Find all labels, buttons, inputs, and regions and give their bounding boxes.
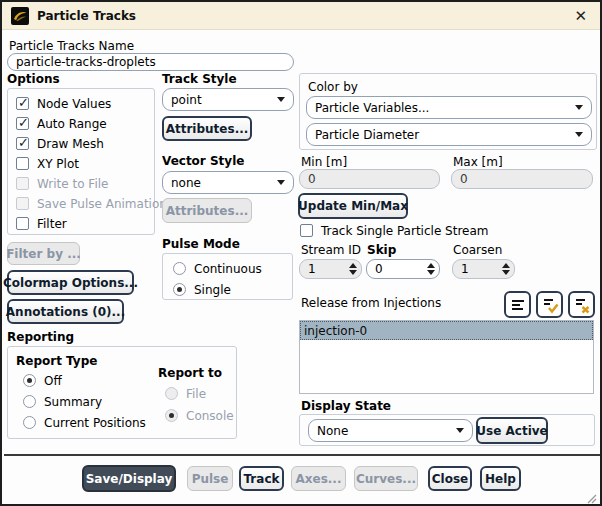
color-by-category-dropdown[interactable]: Particle Variables... xyxy=(306,96,592,119)
vector-attributes-button: Attributes... xyxy=(162,198,252,223)
node-values-checkbox[interactable] xyxy=(16,97,29,110)
pulse-mode-header: Pulse Mode xyxy=(162,237,240,251)
options-group: Node Values Auto Range Draw Mesh XY Plot… xyxy=(7,88,155,235)
current-positions-radio[interactable] xyxy=(23,416,36,429)
display-state-group: None xyxy=(299,414,595,446)
checkbox-track-single-stream[interactable]: Track Single Particle Stream xyxy=(300,224,489,237)
chevron-down-icon xyxy=(277,97,285,102)
options-header: Options xyxy=(7,72,60,86)
resize-grip[interactable] xyxy=(585,489,597,501)
checkbox-auto-range[interactable]: Auto Range xyxy=(16,117,154,130)
close-icon[interactable]: ✕ xyxy=(570,7,591,25)
select-all-icon[interactable] xyxy=(536,291,563,318)
checkbox-draw-mesh[interactable]: Draw Mesh xyxy=(16,137,154,150)
list-item-injection-0[interactable]: injection-0 xyxy=(300,321,593,340)
min-label: Min [m] xyxy=(301,155,347,169)
deselect-all-icon[interactable] xyxy=(568,291,595,318)
single-radio[interactable] xyxy=(173,283,186,296)
filter-checkbox[interactable] xyxy=(16,217,29,230)
checkbox-xy-plot[interactable]: XY Plot xyxy=(16,157,154,170)
colormap-options-button[interactable]: Colormap Options... xyxy=(7,270,134,295)
fluent-app-icon xyxy=(11,7,29,25)
checkbox-node-values[interactable]: Node Values xyxy=(16,97,154,110)
min-input: 0 xyxy=(299,169,440,189)
auto-range-checkbox[interactable] xyxy=(16,117,29,130)
spinner-arrows-icon xyxy=(349,263,357,275)
multiline-edit-icon[interactable] xyxy=(504,291,531,318)
help-button[interactable]: Help xyxy=(480,466,521,491)
vector-style-header: Vector Style xyxy=(162,154,244,168)
pulse-mode-group: Continuous Single xyxy=(162,253,293,300)
color-by-group: Color by Particle Variables... Particle … xyxy=(299,73,597,150)
chevron-down-icon xyxy=(575,105,583,110)
skip-label: Skip xyxy=(367,243,396,257)
titlebar: Particle Tracks ✕ xyxy=(2,2,600,30)
name-field-label: Particle Tracks Name xyxy=(9,39,134,53)
annotations-button[interactable]: Annotations (0)... xyxy=(7,299,124,324)
close-button[interactable]: Close xyxy=(428,466,472,491)
radio-report-to-file: File xyxy=(165,387,234,400)
checkbox-save-pulse-animation: Save Pulse Animation xyxy=(16,197,154,210)
pulse-button: Pulse xyxy=(187,466,233,491)
write-to-file-checkbox xyxy=(16,177,29,190)
track-single-stream-checkbox[interactable] xyxy=(300,224,313,237)
release-from-injections-label: Release from Injections xyxy=(301,296,441,310)
track-style-header: Track Style xyxy=(162,72,237,86)
summary-radio[interactable] xyxy=(23,395,36,408)
track-style-dropdown[interactable]: point xyxy=(162,88,294,111)
reporting-group: Report Type Off Summary Current Position… xyxy=(7,346,237,439)
save-display-button[interactable]: Save/Display xyxy=(82,465,176,492)
file-radio xyxy=(165,387,178,400)
radio-continuous[interactable]: Continuous xyxy=(173,262,292,275)
vector-style-dropdown[interactable]: none xyxy=(162,171,294,194)
radio-single[interactable]: Single xyxy=(173,283,292,296)
radio-report-summary[interactable]: Summary xyxy=(23,395,146,408)
footer-separator xyxy=(4,454,600,456)
report-to-header: Report to xyxy=(158,366,222,380)
chevron-down-icon xyxy=(456,428,464,433)
chevron-down-icon xyxy=(277,180,285,185)
save-pulse-animation-checkbox xyxy=(16,197,29,210)
report-type-header: Report Type xyxy=(16,354,97,368)
off-radio[interactable] xyxy=(23,374,36,387)
track-attributes-button[interactable]: Attributes... xyxy=(162,116,252,141)
coarsen-spinner: 1 xyxy=(452,259,515,279)
particle-tracks-name-input[interactable] xyxy=(7,53,294,71)
skip-spinner[interactable]: 0 xyxy=(366,259,440,279)
reporting-header: Reporting xyxy=(7,330,74,344)
filter-by-button: Filter by ... xyxy=(7,242,80,265)
checkbox-filter[interactable]: Filter xyxy=(16,217,154,230)
window-title: Particle Tracks xyxy=(37,9,562,23)
stream-id-label: Stream ID xyxy=(301,243,361,257)
spinner-arrows-icon xyxy=(502,263,510,275)
injections-list[interactable]: injection-0 xyxy=(299,320,594,394)
console-radio xyxy=(165,409,178,422)
coarsen-label: Coarsen xyxy=(453,243,502,257)
color-by-variable-dropdown[interactable]: Particle Diameter xyxy=(306,123,592,146)
update-minmax-button[interactable]: Update Min/Max xyxy=(298,193,408,219)
max-input: 0 xyxy=(451,169,593,189)
chevron-down-icon xyxy=(575,132,583,137)
spinner-arrows-icon[interactable] xyxy=(427,263,435,275)
max-label: Max [m] xyxy=(453,155,503,169)
color-by-label: Color by xyxy=(308,80,358,94)
draw-mesh-checkbox[interactable] xyxy=(16,137,29,150)
checkbox-write-to-file: Write to File xyxy=(16,177,154,190)
xy-plot-checkbox[interactable] xyxy=(16,157,29,170)
curves-button: Curves... xyxy=(354,466,418,491)
stream-id-spinner: 1 xyxy=(299,259,362,279)
radio-report-current-positions[interactable]: Current Positions xyxy=(23,416,146,429)
axes-button: Axes... xyxy=(291,466,346,491)
track-button[interactable]: Track xyxy=(239,466,284,491)
display-state-dropdown[interactable]: None xyxy=(308,419,473,442)
use-active-button[interactable]: Use Active xyxy=(476,417,548,444)
display-state-header: Display State xyxy=(301,399,391,413)
continuous-radio[interactable] xyxy=(173,262,186,275)
radio-report-to-console: Console xyxy=(165,409,234,422)
particle-tracks-name-value[interactable] xyxy=(16,55,285,69)
particle-tracks-dialog: Particle Tracks ✕ Particle Tracks Name O… xyxy=(0,0,602,506)
radio-report-off[interactable]: Off xyxy=(23,374,146,387)
